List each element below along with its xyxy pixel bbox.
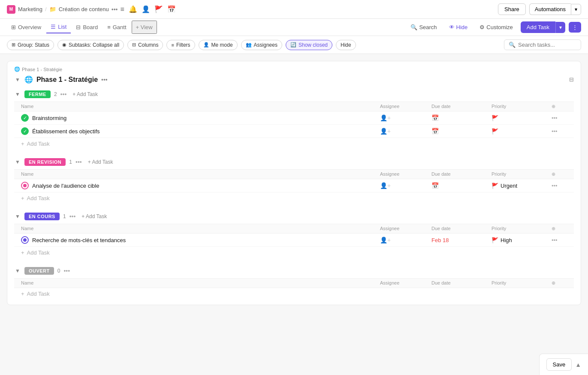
ouvert-more-button[interactable]: •••: [63, 267, 70, 274]
revision-add-task-row[interactable]: + Add Task: [14, 192, 574, 206]
task-assignee-brainstorming[interactable]: 👤+: [380, 114, 431, 121]
revision-more-button[interactable]: •••: [75, 159, 82, 165]
task-name-cell-brainstorming: ✓ Brainstorming: [21, 114, 380, 122]
task-status-done-icon-2[interactable]: ✓: [21, 127, 29, 135]
col-add-ferme[interactable]: ⊕: [552, 104, 567, 109]
ferme-add-task-row[interactable]: + Add Task: [14, 138, 574, 151]
task-more-brainstorming[interactable]: •••: [552, 115, 567, 121]
task-row: ✓ Brainstorming 👤+ 📅 🚩 •••: [14, 111, 574, 125]
task-priority-keywords[interactable]: 🚩 High: [492, 237, 552, 243]
tab-board[interactable]: ⊟ Board: [72, 21, 102, 33]
list-icon[interactable]: ≡: [121, 6, 124, 13]
task-assignee-keywords[interactable]: 👤+: [380, 237, 431, 243]
task-status-done-icon[interactable]: ✓: [21, 114, 29, 122]
chip-hide[interactable]: Hide: [336, 40, 356, 50]
task-priority-brainstorming[interactable]: 🚩: [492, 115, 552, 121]
workspace-label: Marketing: [18, 6, 42, 12]
add-task-caret-button[interactable]: ▾: [555, 22, 565, 33]
section-expand-icon[interactable]: ⊟: [569, 76, 574, 83]
add-task-label-ferme: Add Task: [27, 141, 50, 147]
col-duedate-ferme: Due date: [431, 104, 492, 109]
chip-filters[interactable]: ≡ Filters: [166, 40, 195, 50]
section-card: 🌐 Phase 1 - Stratégie ▼ 🌐 Phase 1 - Stra…: [7, 61, 581, 305]
chip-show-closed[interactable]: 🔄 Show closed: [286, 40, 332, 50]
section-collapse-button[interactable]: ▼: [14, 76, 21, 84]
task-name-objectifs: Établissement des objectifs: [32, 128, 100, 135]
task-more-keywords[interactable]: •••: [552, 237, 567, 243]
col-duedate-cours: Due date: [431, 226, 492, 231]
status-row-cours: ▼ EN COURS 1 ••• + Add Task: [14, 209, 574, 224]
cours-more-button[interactable]: •••: [69, 213, 76, 220]
search-tasks-container: 🔍: [504, 39, 581, 50]
task-duedate-keywords[interactable]: Feb 18: [431, 237, 492, 243]
cours-collapse-button[interactable]: ▼: [14, 213, 21, 220]
search-button[interactable]: 🔍 Search: [406, 22, 441, 33]
task-more-objectifs[interactable]: •••: [552, 128, 567, 135]
task-more-audience[interactable]: •••: [552, 183, 567, 189]
task-duedate-brainstorming[interactable]: 📅: [431, 114, 492, 121]
user-icon[interactable]: 👤: [142, 5, 150, 13]
brand: M Marketing / 📁 Création de contenu •••: [7, 5, 118, 14]
col-add-cours[interactable]: ⊕: [552, 226, 567, 231]
ferme-collapse-button[interactable]: ▼: [14, 90, 21, 98]
task-status-inprogress-icon[interactable]: [21, 236, 29, 244]
add-view-button[interactable]: + View: [132, 21, 157, 34]
filters-icon: ≡: [171, 42, 174, 48]
col-name-revision: Name: [21, 171, 380, 177]
cours-add-task-button[interactable]: + Add Task: [79, 213, 109, 220]
search-tasks-input[interactable]: [518, 42, 576, 48]
chip-me-mode[interactable]: 👤 Me mode: [199, 40, 238, 50]
col-priority-cours: Priority: [492, 226, 552, 231]
ouvert-collapse-button[interactable]: ▼: [14, 267, 21, 275]
save-collapse-button[interactable]: ▲: [575, 361, 581, 368]
topbar-icons: ≡ 🔔 👤 🚩 📅: [121, 5, 176, 13]
add-icon-ferme: +: [21, 141, 24, 147]
task-name-audience: Analyse de l'audience cible: [32, 183, 99, 189]
tab-overview[interactable]: ⊞ Overview: [7, 21, 45, 33]
customize-button[interactable]: ⚙ Customize: [475, 22, 517, 33]
ferme-more-button[interactable]: •••: [60, 91, 67, 98]
task-priority-audience[interactable]: 🚩 Urgent: [492, 183, 552, 189]
ouvert-add-task-row[interactable]: + Add Task: [14, 288, 574, 301]
task-status-revision-icon[interactable]: [21, 182, 29, 189]
col-assignee-revision: Assignee: [380, 171, 431, 177]
add-task-button[interactable]: Add Task: [521, 21, 555, 33]
task-duedate-objectifs[interactable]: 📅: [431, 128, 492, 135]
chip-subtasks[interactable]: ◉ Subtasks: Collapse all: [57, 40, 124, 50]
revision-collapse-button[interactable]: ▼: [14, 158, 21, 166]
folder-more-button[interactable]: •••: [112, 6, 118, 13]
save-button[interactable]: Save: [546, 358, 572, 371]
calendar-icon[interactable]: 📅: [167, 5, 176, 13]
share-button[interactable]: Share: [498, 3, 526, 15]
col-add-revision[interactable]: ⊕: [552, 171, 567, 177]
chip-columns[interactable]: ⊟ Columns: [127, 40, 163, 50]
task-priority-objectifs[interactable]: 🚩: [492, 128, 552, 135]
task-assignee-audience[interactable]: 👤+: [380, 182, 431, 189]
status-badge-cours: EN COURS: [24, 213, 60, 220]
section-menu-button[interactable]: •••: [101, 76, 108, 83]
chip-assignees[interactable]: 👥 Assignees: [241, 40, 282, 50]
task-name-cell-objectifs: ✓ Établissement des objectifs: [21, 127, 380, 135]
add-task-label-ouvert: Add Task: [27, 291, 50, 297]
chip-assignees-label: Assignees: [254, 42, 277, 48]
flag-icon[interactable]: 🚩: [154, 5, 163, 13]
add-view-label: + View: [136, 24, 153, 30]
automations-caret-button[interactable]: ▾: [571, 4, 581, 15]
kebab-button[interactable]: ⋮: [569, 22, 581, 33]
folder-label: Création de contenu: [59, 6, 109, 12]
bell-icon[interactable]: 🔔: [129, 5, 137, 13]
tab-list[interactable]: ☰ List: [46, 21, 71, 33]
col-add-ouvert[interactable]: ⊕: [552, 280, 567, 286]
tab-board-label: Board: [83, 24, 98, 30]
priority-flag-icon-2: 🚩: [492, 128, 498, 135]
revision-add-task-button[interactable]: + Add Task: [85, 158, 116, 166]
brand-icon: M: [7, 5, 15, 14]
chip-group-status[interactable]: ⊞ Group: Status: [7, 40, 54, 50]
ferme-add-task-button[interactable]: + Add Task: [70, 90, 100, 98]
automations-button[interactable]: Automations: [529, 3, 571, 15]
task-assignee-objectifs[interactable]: 👤+: [380, 128, 431, 135]
hide-button[interactable]: 👁 Hide: [445, 22, 472, 33]
tab-gantt[interactable]: ≡ Gantt: [103, 21, 130, 33]
task-duedate-audience[interactable]: 📅: [431, 182, 492, 189]
cours-add-task-row[interactable]: + Add Task: [14, 247, 574, 260]
